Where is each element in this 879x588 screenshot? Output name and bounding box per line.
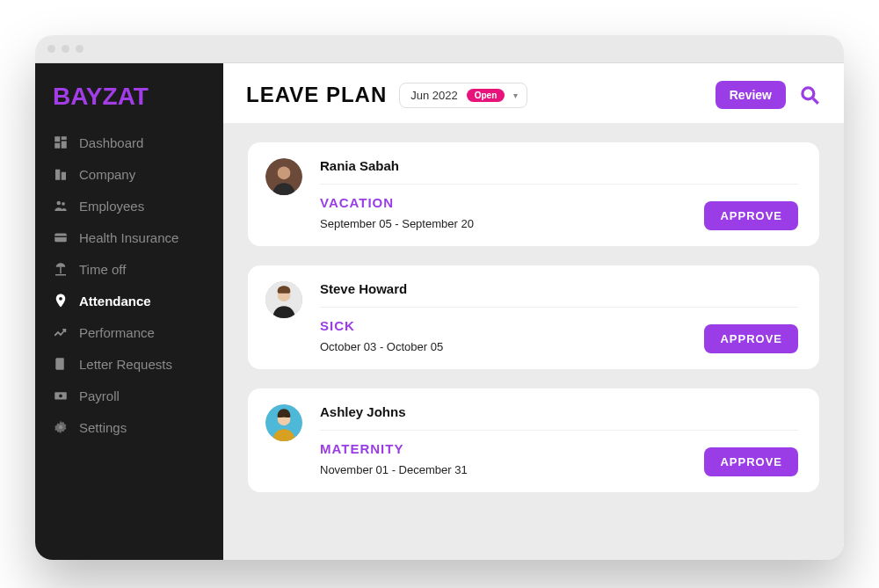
employees-icon [53,198,69,214]
svg-rect-5 [62,172,66,180]
svg-point-20 [278,166,291,179]
app-window: BAYZAT Dashboard Company [35,35,844,560]
svg-point-7 [62,202,65,206]
company-icon [53,166,69,182]
health-icon [53,229,69,245]
sidebar-item-label: Settings [79,420,127,435]
svg-rect-3 [54,143,60,149]
approve-button[interactable]: APPROVE [704,201,798,230]
status-badge: Open [467,89,505,102]
leave-request-card: Ashley Johns MATERNITY November 01 - Dec… [248,388,819,492]
sidebar-item-attendance[interactable]: Attendance [35,285,223,316]
leave-type: VACATION [320,195,704,210]
sidebar-item-label: Employees [79,199,144,214]
settings-icon [53,419,69,435]
content: Rania Sabah VACATION September 05 - Sept… [223,123,844,512]
page-title: LEAVE PLAN [246,83,387,107]
svg-rect-2 [62,142,67,149]
svg-rect-0 [54,136,60,142]
svg-rect-4 [55,170,60,180]
sidebar-item-performance[interactable]: Performance [35,316,223,348]
sidebar-item-payroll[interactable]: Payroll [35,380,223,411]
main: LEAVE PLAN Jun 2022 Open ▾ Review [223,63,844,560]
sidebar-item-settings[interactable]: Settings [35,411,223,443]
approve-button[interactable]: APPROVE [704,447,798,476]
leave-type: MATERNITY [320,441,704,456]
payroll-icon [53,388,69,403]
sidebar-item-employees[interactable]: Employees [35,190,223,221]
svg-rect-13 [55,359,57,369]
chevron-down-icon: ▾ [513,91,518,100]
sidebar-item-company[interactable]: Company [35,158,223,190]
sidebar-item-label: Company [79,167,135,182]
sidebar-item-label: Dashboard [79,135,143,150]
sidebar-item-letter-requests[interactable]: Letter Requests [35,348,223,380]
leave-type: SICK [320,318,704,333]
approve-button[interactable]: APPROVE [704,324,798,353]
timeoff-icon [53,261,69,277]
brand-logo: BAYZAT [35,83,223,127]
sidebar-item-label: Letter Requests [79,357,172,372]
attendance-icon [53,293,69,309]
svg-point-11 [59,297,62,301]
dashboard-icon [53,134,69,150]
sidebar-item-label: Payroll [79,388,120,403]
window-dot [76,45,84,53]
sidebar-item-dashboard[interactable]: Dashboard [35,127,223,158]
sidebar-item-time-off[interactable]: Time off [35,253,223,285]
nav: Dashboard Company Employees [35,127,223,443]
person-name: Rania Sabah [320,158,798,185]
review-button[interactable]: Review [716,81,786,109]
svg-rect-12 [56,358,64,370]
leave-request-card: Steve Howard SICK October 03 - October 0… [248,265,819,369]
person-name: Ashley Johns [320,404,798,431]
svg-line-18 [813,98,818,104]
svg-rect-9 [54,236,67,238]
svg-rect-8 [54,234,67,243]
svg-point-15 [59,395,62,398]
sidebar-item-health-insurance[interactable]: Health Insurance [35,221,223,253]
performance-icon [53,324,69,340]
letter-icon [53,356,69,372]
person-name: Steve Howard [320,281,798,308]
sidebar-item-label: Health Insurance [79,230,178,245]
window-dot [47,45,55,53]
avatar [265,404,302,441]
header: LEAVE PLAN Jun 2022 Open ▾ Review [223,63,844,123]
period-dropdown[interactable]: Jun 2022 Open ▾ [399,83,527,108]
svg-rect-10 [60,267,62,274]
app-body: BAYZAT Dashboard Company [35,63,844,560]
sidebar-item-label: Performance [79,325,155,340]
avatar [265,158,302,195]
window-titlebar [35,35,844,63]
leave-dates: November 01 - December 31 [320,463,704,476]
sidebar-item-label: Attendance [79,294,151,309]
leave-request-card: Rania Sabah VACATION September 05 - Sept… [248,142,819,246]
sidebar: BAYZAT Dashboard Company [35,63,223,560]
svg-rect-1 [62,136,67,140]
avatar [265,281,302,318]
search-icon[interactable] [798,83,821,106]
leave-dates: September 05 - September 20 [320,217,704,230]
leave-dates: October 03 - October 05 [320,340,704,353]
window-dot [62,45,69,53]
svg-point-6 [57,201,62,206]
sidebar-item-label: Time off [79,262,126,277]
period-label: Jun 2022 [410,89,458,102]
svg-point-17 [803,88,814,99]
